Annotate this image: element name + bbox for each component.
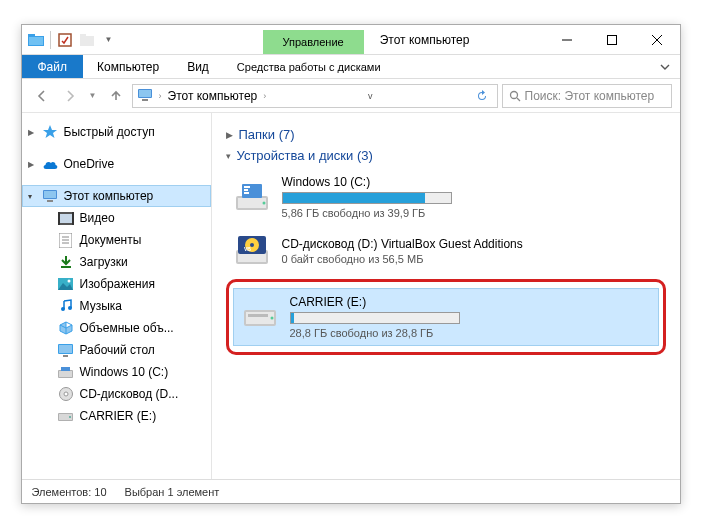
sidebar-item-quick-access[interactable]: ▶ Быстрый доступ: [22, 121, 211, 143]
svg-rect-2: [29, 37, 43, 45]
sidebar-item-3d-objects[interactable]: Объемные объ...: [22, 317, 211, 339]
refresh-icon[interactable]: [472, 90, 492, 102]
tab-file[interactable]: Файл: [22, 55, 84, 78]
svg-rect-17: [47, 200, 53, 202]
titlebar: ▼ Управление Этот компьютер: [22, 25, 680, 55]
sidebar-item-label: Документы: [80, 233, 142, 247]
forward-button[interactable]: [58, 84, 82, 108]
tab-computer[interactable]: Компьютер: [83, 55, 173, 78]
svg-rect-33: [63, 355, 68, 357]
chevron-right-icon[interactable]: ›: [157, 91, 164, 101]
sidebar-item-pictures[interactable]: Изображения: [22, 273, 211, 295]
drive-sub: 28,8 ГБ свободно из 28,8 ГБ: [290, 327, 650, 339]
cloud-icon: [42, 156, 58, 172]
usage-bar: [290, 312, 460, 324]
sidebar-item-label: Видео: [80, 211, 115, 225]
svg-rect-16: [44, 191, 56, 198]
chevron-right-icon[interactable]: ›: [261, 91, 268, 101]
desktop-icon: [58, 342, 74, 358]
chevron-right-icon[interactable]: ▶: [226, 130, 233, 140]
svg-rect-12: [142, 99, 148, 101]
search-input[interactable]: Поиск: Этот компьютер: [502, 84, 672, 108]
sidebar-item-label: Этот компьютер: [64, 189, 154, 203]
group-folders[interactable]: ▶ Папки (7): [226, 127, 666, 142]
svg-rect-35: [59, 371, 72, 377]
tab-drive-tools[interactable]: Средства работы с дисками: [223, 55, 395, 78]
drive-item-e[interactable]: CARRIER (E:) 28,8 ГБ свободно из 28,8 ГБ: [233, 288, 659, 346]
drive-icon: [234, 179, 270, 215]
breadcrumb-segment[interactable]: Этот компьютер: [164, 89, 262, 103]
chevron-down-icon[interactable]: ▾: [28, 192, 32, 201]
main-area: ▶ Быстрый доступ ▶ OneDrive: [22, 113, 680, 479]
sidebar-item-downloads[interactable]: Загрузки: [22, 251, 211, 273]
sidebar-item-label: CARRIER (E:): [80, 409, 157, 423]
new-folder-icon[interactable]: [79, 32, 95, 48]
drive-sub: 5,86 ГБ свободно из 39,9 ГБ: [282, 207, 658, 219]
svg-rect-19: [60, 214, 72, 223]
cd-icon: [58, 386, 74, 402]
explorer-window: ▼ Управление Этот компьютер Файл Компьют…: [21, 24, 681, 504]
status-selected-count: Выбран 1 элемент: [125, 486, 220, 498]
svg-point-38: [64, 392, 68, 396]
svg-text:VB: VB: [244, 246, 251, 252]
sidebar-item-label: Быстрый доступ: [64, 125, 155, 139]
usage-fill: [291, 313, 294, 323]
svg-point-30: [68, 306, 72, 310]
maximize-button[interactable]: [590, 25, 635, 54]
chevron-right-icon[interactable]: ▶: [28, 128, 34, 137]
svg-rect-32: [59, 345, 72, 353]
sidebar-item-drive-e[interactable]: CARRIER (E:): [22, 405, 211, 427]
cube-icon: [58, 320, 74, 336]
content-pane: ▶ Папки (7) ▾ Устройства и диски (3) Win…: [212, 113, 680, 479]
sidebar-item-label: CD-дисковод (D...: [80, 387, 179, 401]
up-button[interactable]: [104, 84, 128, 108]
sidebar-item-onedrive[interactable]: ▶ OneDrive: [22, 153, 211, 175]
drive-label: Windows 10 (C:): [282, 175, 658, 189]
qat-dropdown-icon[interactable]: ▼: [101, 32, 117, 48]
address-row: ▼ › Этот компьютер › v Поиск: Этот компь…: [22, 79, 680, 113]
svg-rect-46: [244, 189, 248, 191]
sidebar-item-videos[interactable]: Видео: [22, 207, 211, 229]
management-context-tab[interactable]: Управление: [263, 30, 364, 54]
drive-icon: [58, 364, 74, 380]
cd-drive-icon: VB: [234, 233, 270, 269]
address-bar[interactable]: › Этот компьютер › v: [132, 84, 498, 108]
back-button[interactable]: [30, 84, 54, 108]
sidebar-item-music[interactable]: Музыка: [22, 295, 211, 317]
close-button[interactable]: [635, 25, 680, 54]
group-label: Папки (7): [239, 127, 295, 142]
sidebar-item-this-pc[interactable]: ▾ Этот компьютер: [22, 185, 211, 207]
svg-point-28: [68, 280, 71, 283]
svg-rect-47: [244, 192, 249, 194]
group-drives[interactable]: ▾ Устройства и диски (3): [226, 148, 666, 163]
properties-icon[interactable]: [57, 32, 73, 48]
sidebar-item-label: Загрузки: [80, 255, 128, 269]
computer-icon: [42, 188, 58, 204]
sidebar-item-label: Изображения: [80, 277, 155, 291]
sidebar-item-desktop[interactable]: Рабочий стол: [22, 339, 211, 361]
drive-icon: [242, 299, 278, 335]
sidebar-item-label: Объемные объ...: [80, 321, 174, 335]
svg-point-48: [262, 202, 265, 205]
minimize-button[interactable]: [545, 25, 590, 54]
sidebar-item-drive-d[interactable]: CD-дисковод (D...: [22, 383, 211, 405]
recent-dropdown-icon[interactable]: ▼: [86, 84, 100, 108]
drive-label: CARRIER (E:): [290, 295, 650, 309]
svg-rect-20: [58, 212, 60, 225]
ribbon-collapse-icon[interactable]: [650, 55, 680, 78]
sidebar-item-drive-c[interactable]: Windows 10 (C:): [22, 361, 211, 383]
tab-view[interactable]: Вид: [173, 55, 223, 78]
chevron-right-icon[interactable]: ▶: [28, 160, 34, 169]
window-controls: [545, 25, 680, 54]
drive-item-d[interactable]: VB CD-дисковод (D:) VirtualBox Guest Add…: [226, 227, 666, 275]
picture-icon: [58, 276, 74, 292]
chevron-down-icon[interactable]: ▾: [226, 151, 231, 161]
group-label: Устройства и диски (3): [237, 148, 373, 163]
sidebar-item-documents[interactable]: Документы: [22, 229, 211, 251]
annotation-highlight: CARRIER (E:) 28,8 ГБ свободно из 28,8 ГБ: [226, 279, 666, 355]
address-dropdown-icon[interactable]: v: [364, 91, 377, 101]
svg-rect-4: [80, 36, 94, 46]
svg-rect-3: [59, 34, 71, 46]
usage-bar: [282, 192, 452, 204]
drive-item-c[interactable]: Windows 10 (C:) 5,86 ГБ свободно из 39,9…: [226, 169, 666, 225]
